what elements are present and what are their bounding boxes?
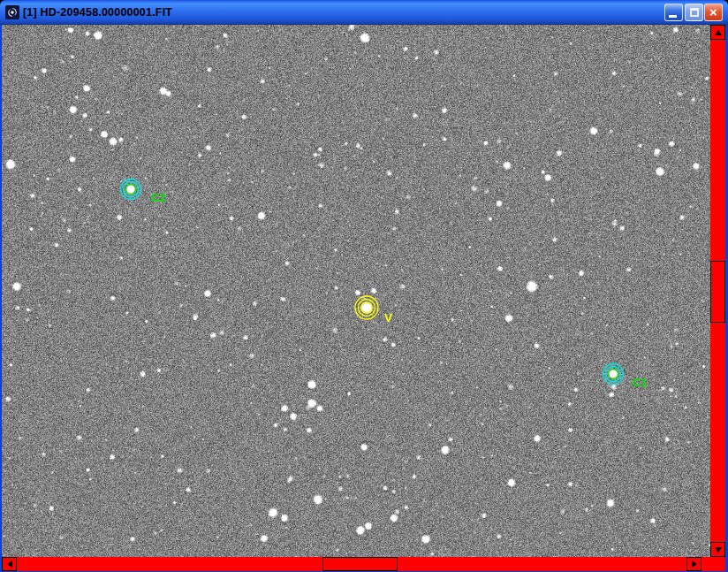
maximize-button[interactable] (685, 4, 703, 21)
right-arrow-icon (692, 561, 697, 568)
vertical-scrollbar[interactable] (710, 25, 725, 557)
window-title: [1] HD-209458.00000001.FIT (23, 0, 172, 25)
aperture-ring (609, 370, 618, 379)
up-arrow-icon (715, 30, 722, 35)
scroll-left-button[interactable] (2, 557, 17, 571)
minimize-icon (669, 15, 677, 18)
minimize-button[interactable] (664, 4, 683, 21)
annotation-label: C2 (151, 191, 166, 204)
close-icon: × (705, 4, 722, 20)
annotation-label: C1 (633, 376, 648, 389)
photometry-marker-V[interactable]: V (355, 296, 392, 324)
aperture-ring (126, 185, 136, 194)
photometry-marker-C2[interactable]: C2 (121, 179, 166, 205)
scrollbar-corner (701, 557, 725, 571)
scroll-up-button[interactable] (710, 25, 725, 40)
annotation-overlay: VC1C2 (2, 25, 710, 557)
down-arrow-icon (715, 547, 722, 553)
left-arrow-icon (7, 561, 12, 568)
scroll-right-button[interactable] (686, 557, 701, 571)
v-scroll-thumb[interactable] (710, 261, 725, 323)
horizontal-scrollbar[interactable] (2, 557, 701, 571)
app-window: [1] HD-209458.00000001.FIT × VC1C2 (0, 0, 728, 572)
galaxy-icon (5, 5, 19, 19)
annotation-label: V (384, 311, 392, 324)
titlebar[interactable]: [1] HD-209458.00000001.FIT × (0, 0, 728, 25)
scroll-down-button[interactable] (710, 542, 725, 557)
maximize-icon (690, 8, 699, 17)
photometry-marker-C1[interactable]: C1 (603, 364, 648, 390)
aperture-ring (361, 302, 372, 313)
close-button[interactable]: × (704, 4, 723, 21)
fits-image-area[interactable]: VC1C2 (2, 25, 710, 557)
h-scroll-thumb[interactable] (322, 557, 398, 571)
